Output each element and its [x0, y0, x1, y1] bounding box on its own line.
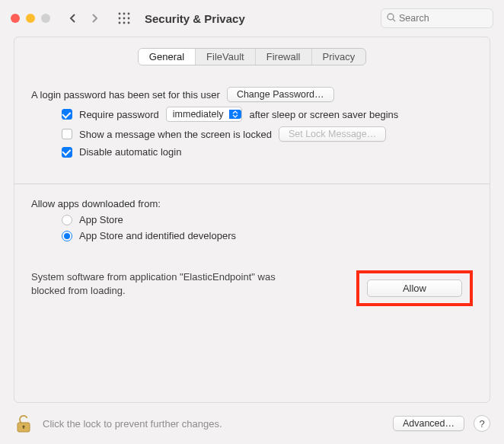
back-button[interactable] [64, 9, 82, 27]
divider [14, 184, 490, 184]
blocked-software-row: System software from application "Elasti… [31, 270, 473, 306]
svg-point-5 [128, 18, 130, 20]
allow-appstore-label: App Store [79, 214, 123, 225]
allow-identified-radio[interactable] [62, 231, 72, 241]
require-password-delay-value: immediately [167, 107, 230, 121]
disable-auto-login-label: Disable automatic login [79, 146, 181, 158]
lock-text: Click the lock to prevent further change… [43, 418, 222, 430]
lock-icon[interactable] [14, 412, 33, 435]
require-password-suffix: after sleep or screen saver begins [249, 109, 398, 120]
nav-buttons [64, 9, 104, 27]
show-all-icon[interactable] [116, 10, 132, 27]
allow-apps-header: Allow apps downloaded from: [31, 198, 473, 209]
svg-rect-13 [23, 426, 24, 429]
search-icon [387, 11, 396, 25]
tab-filevault[interactable]: FileVault [196, 49, 256, 65]
show-message-checkbox[interactable] [62, 129, 72, 139]
zoom-window-button[interactable] [41, 14, 50, 23]
svg-point-1 [123, 13, 126, 15]
svg-point-7 [123, 22, 126, 24]
show-message-label: Show a message when the screen is locked [79, 129, 272, 140]
svg-point-4 [123, 18, 126, 20]
tab-bar: General FileVault Firewall Privacy [138, 48, 366, 65]
tab-firewall[interactable]: Firewall [256, 49, 312, 65]
blocked-software-text: System software from application "Elasti… [31, 270, 305, 297]
require-password-delay-popup[interactable]: immediately [166, 107, 243, 122]
titlebar: Security & Privacy [0, 0, 504, 37]
content-area: General FileVault Firewall Privacy A log… [0, 37, 504, 403]
svg-line-10 [393, 19, 395, 21]
search-field[interactable] [381, 8, 493, 28]
svg-point-0 [119, 13, 121, 15]
close-window-button[interactable] [11, 14, 20, 23]
login-password-text: A login password has been set for this u… [31, 89, 220, 101]
search-input[interactable] [399, 13, 504, 24]
preferences-window: Security & Privacy General FileVault Fir… [0, 0, 504, 444]
stepper-icon [229, 110, 241, 119]
allow-appstore-radio[interactable] [62, 215, 72, 225]
allow-button[interactable]: Allow [367, 279, 462, 297]
svg-point-9 [388, 14, 394, 20]
disable-auto-login-checkbox[interactable] [62, 147, 72, 158]
svg-point-3 [119, 18, 121, 20]
forward-button[interactable] [85, 9, 104, 27]
allow-highlight: Allow [356, 270, 473, 306]
general-panel: General FileVault Firewall Privacy A log… [14, 37, 490, 403]
help-button[interactable]: ? [474, 415, 490, 432]
tab-privacy[interactable]: Privacy [312, 49, 366, 65]
svg-point-8 [128, 22, 130, 24]
svg-point-6 [119, 22, 121, 24]
footer: Click the lock to prevent further change… [0, 403, 504, 444]
allow-identified-label: App Store and identified developers [79, 230, 236, 241]
change-password-button[interactable]: Change Password… [227, 87, 334, 102]
set-lock-message-button[interactable]: Set Lock Message… [279, 126, 386, 142]
window-controls [11, 14, 50, 23]
advanced-button[interactable]: Advanced… [393, 416, 464, 431]
require-password-prefix: Require password [79, 109, 159, 120]
page-title: Security & Privacy [145, 12, 245, 25]
svg-point-2 [128, 13, 130, 15]
tab-general[interactable]: General [139, 49, 196, 65]
require-password-checkbox[interactable] [62, 109, 72, 120]
minimize-window-button[interactable] [26, 14, 35, 23]
login-password-section: A login password has been set for this u… [31, 82, 473, 158]
